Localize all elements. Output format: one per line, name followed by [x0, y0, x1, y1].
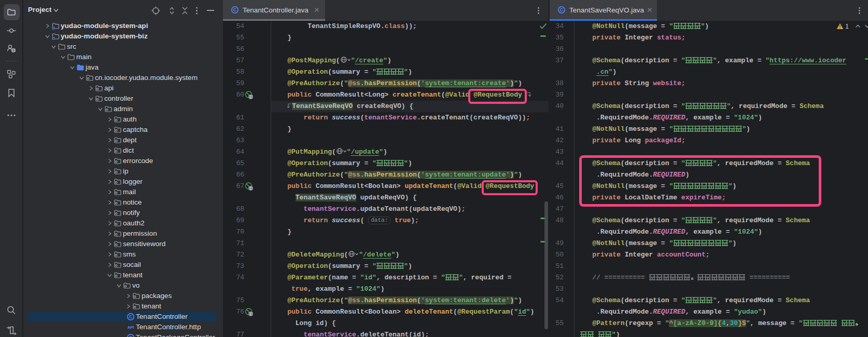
svg-text:C: C — [233, 7, 237, 12]
svg-text:C: C — [129, 314, 133, 319]
svg-text:C: C — [560, 7, 564, 12]
svg-text:API: API — [128, 325, 134, 330]
svg-text:C: C — [129, 335, 133, 337]
